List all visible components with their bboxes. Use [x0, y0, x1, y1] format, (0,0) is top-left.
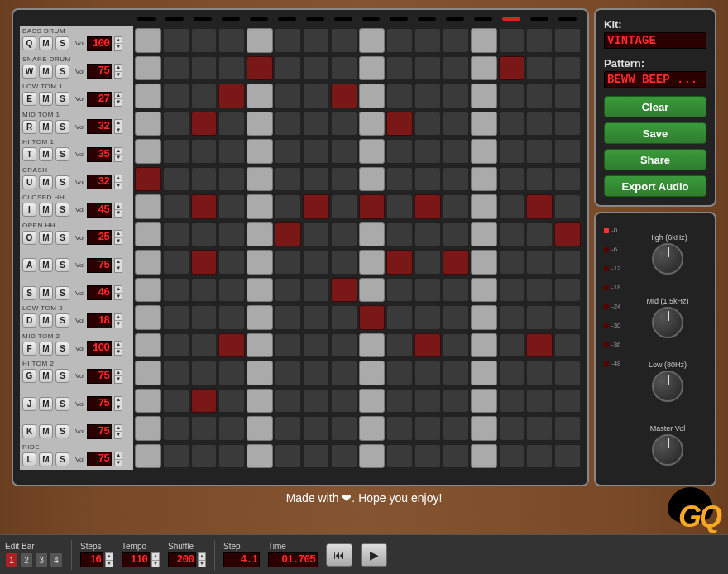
- step-cell[interactable]: [331, 222, 357, 247]
- step-cell[interactable]: [191, 333, 218, 358]
- step-cell[interactable]: [191, 222, 218, 247]
- export-audio-button[interactable]: Export Audio: [604, 175, 706, 197]
- step-cell[interactable]: [247, 250, 273, 275]
- clear-button[interactable]: Clear: [604, 96, 706, 117]
- solo-button[interactable]: S: [55, 231, 69, 245]
- save-button[interactable]: Save: [604, 122, 706, 144]
- step-cell[interactable]: [499, 305, 525, 330]
- step-cell[interactable]: [163, 389, 189, 414]
- step-cell[interactable]: [554, 139, 581, 164]
- vol-spinner[interactable]: ▲▼: [114, 92, 122, 107]
- vol-spinner[interactable]: ▲▼: [114, 119, 122, 134]
- step-cell[interactable]: [163, 333, 189, 358]
- step-cell[interactable]: [191, 28, 218, 53]
- step-cell[interactable]: [554, 416, 581, 441]
- vol-display[interactable]: 27: [87, 92, 112, 107]
- step-cell[interactable]: [303, 112, 329, 136]
- mute-button[interactable]: M: [39, 92, 53, 106]
- step-cell[interactable]: [471, 416, 497, 441]
- step-cell[interactable]: [163, 194, 189, 219]
- solo-button[interactable]: S: [55, 258, 69, 272]
- step-cell[interactable]: [275, 167, 301, 192]
- step-cell[interactable]: [499, 222, 525, 247]
- step-cell[interactable]: [554, 333, 581, 358]
- step-cell[interactable]: [471, 84, 497, 108]
- step-cell[interactable]: [499, 361, 525, 385]
- step-cell[interactable]: [359, 361, 386, 385]
- eq-knob[interactable]: [652, 307, 683, 338]
- step-cell[interactable]: [499, 56, 525, 81]
- vol-display[interactable]: 100: [87, 36, 112, 51]
- step-cell[interactable]: [218, 56, 245, 81]
- step-cell[interactable]: [443, 444, 469, 469]
- step-cell[interactable]: [331, 250, 357, 275]
- step-cell[interactable]: [303, 194, 329, 219]
- step-cell[interactable]: [359, 28, 386, 53]
- step-cell[interactable]: [554, 112, 581, 136]
- step-cell[interactable]: [135, 305, 161, 330]
- step-cell[interactable]: [359, 84, 386, 108]
- track-key-button[interactable]: W: [22, 65, 36, 79]
- step-cell[interactable]: [554, 361, 581, 385]
- step-cell[interactable]: [471, 112, 497, 136]
- step-cell[interactable]: [135, 416, 161, 441]
- step-cell[interactable]: [135, 167, 161, 192]
- step-cell[interactable]: [163, 444, 189, 469]
- step-cell[interactable]: [247, 28, 273, 53]
- step-cell[interactable]: [135, 444, 161, 469]
- step-cell[interactable]: [163, 278, 189, 303]
- step-cell[interactable]: [218, 194, 245, 219]
- step-cell[interactable]: [386, 28, 413, 53]
- step-cell[interactable]: [414, 250, 441, 275]
- mute-button[interactable]: M: [39, 313, 53, 328]
- kit-display[interactable]: VINTAGE: [604, 32, 706, 49]
- step-cell[interactable]: [471, 389, 497, 414]
- edit-bar-button[interactable]: 1: [5, 552, 18, 567]
- step-cell[interactable]: [526, 167, 553, 192]
- step-cell[interactable]: [275, 112, 301, 136]
- step-cell[interactable]: [135, 139, 161, 164]
- mute-button[interactable]: M: [39, 452, 53, 466]
- step-cell[interactable]: [386, 56, 413, 81]
- step-cell[interactable]: [303, 28, 329, 53]
- track-key-button[interactable]: K: [22, 424, 36, 438]
- step-cell[interactable]: [414, 361, 441, 385]
- step-cell[interactable]: [443, 28, 469, 53]
- step-cell[interactable]: [359, 167, 386, 192]
- step-cell[interactable]: [191, 56, 218, 81]
- step-cell[interactable]: [163, 305, 189, 330]
- step-cell[interactable]: [359, 222, 386, 247]
- step-cell[interactable]: [303, 333, 329, 358]
- step-cell[interactable]: [191, 389, 218, 414]
- mute-button[interactable]: M: [39, 147, 53, 161]
- step-cell[interactable]: [386, 389, 413, 414]
- step-cell[interactable]: [526, 333, 553, 358]
- step-cell[interactable]: [359, 194, 386, 219]
- step-cell[interactable]: [275, 305, 301, 330]
- step-cell[interactable]: [218, 305, 245, 330]
- step-cell[interactable]: [443, 112, 469, 136]
- vol-spinner[interactable]: ▲▼: [114, 203, 122, 218]
- step-cell[interactable]: [499, 278, 525, 303]
- step-cell[interactable]: [386, 112, 413, 136]
- step-cell[interactable]: [303, 305, 329, 330]
- vol-display[interactable]: 18: [87, 313, 112, 328]
- step-cell[interactable]: [303, 389, 329, 414]
- step-cell[interactable]: [135, 84, 161, 108]
- step-cell[interactable]: [499, 194, 525, 219]
- step-cell[interactable]: [443, 361, 469, 385]
- solo-button[interactable]: S: [55, 36, 69, 50]
- step-cell[interactable]: [218, 416, 245, 441]
- step-cell[interactable]: [386, 167, 413, 192]
- vol-display[interactable]: 25: [87, 230, 112, 245]
- step-cell[interactable]: [386, 278, 413, 303]
- track-key-button[interactable]: D: [22, 313, 36, 328]
- step-cell[interactable]: [275, 333, 301, 358]
- step-cell[interactable]: [163, 112, 189, 136]
- step-cell[interactable]: [275, 389, 301, 414]
- step-cell[interactable]: [386, 84, 413, 108]
- step-cell[interactable]: [331, 112, 357, 136]
- step-cell[interactable]: [359, 278, 386, 303]
- eq-knob[interactable]: [652, 243, 683, 275]
- vol-spinner[interactable]: ▲▼: [114, 341, 122, 356]
